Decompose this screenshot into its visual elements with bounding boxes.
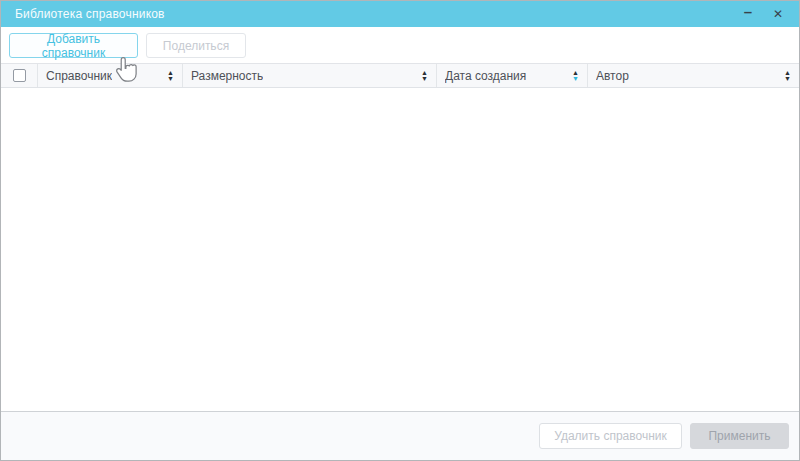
column-label: Дата создания (445, 69, 526, 83)
column-label: Справочник (46, 69, 112, 83)
column-header-creation-date[interactable]: Дата создания ▲ ▼ (436, 64, 587, 87)
select-all-checkbox[interactable] (13, 69, 26, 82)
share-button: Поделиться (146, 33, 246, 58)
add-dictionary-button[interactable]: Добавить справочник (9, 33, 138, 58)
column-label: Автор (596, 69, 629, 83)
select-all-cell (1, 64, 37, 87)
table-body-empty[interactable] (1, 88, 799, 412)
toolbar: Добавить справочник Поделиться (1, 27, 799, 63)
sort-arrows-icon[interactable]: ▲ ▼ (161, 70, 174, 82)
close-icon[interactable]: ✕ (763, 1, 793, 27)
column-header-dimension[interactable]: Размерность ▲ ▼ (182, 64, 436, 87)
apply-button: Применить (690, 423, 789, 449)
column-header-author[interactable]: Автор ▲ ▼ (587, 64, 799, 87)
sort-arrows-icon[interactable]: ▲ ▼ (566, 70, 579, 82)
sort-arrows-icon[interactable]: ▲ ▼ (778, 70, 791, 82)
window-title: Библиотека справочников (15, 7, 165, 21)
delete-dictionary-button: Удалить справочник (539, 423, 682, 449)
title-bar[interactable]: Библиотека справочников – ✕ (1, 1, 799, 27)
dialog-library-of-dictionaries: Библиотека справочников – ✕ Добавить спр… (0, 0, 800, 461)
minimize-icon[interactable]: – (733, 1, 763, 27)
footer-bar: Удалить справочник Применить (1, 412, 799, 460)
table-header: Справочник ▲ ▼ Размерность ▲ ▼ Дата созд… (1, 63, 799, 88)
window-controls: – ✕ (733, 1, 799, 27)
column-header-dictionary[interactable]: Справочник ▲ ▼ (37, 64, 182, 87)
sort-arrows-icon[interactable]: ▲ ▼ (415, 70, 428, 82)
column-label: Размерность (191, 69, 263, 83)
